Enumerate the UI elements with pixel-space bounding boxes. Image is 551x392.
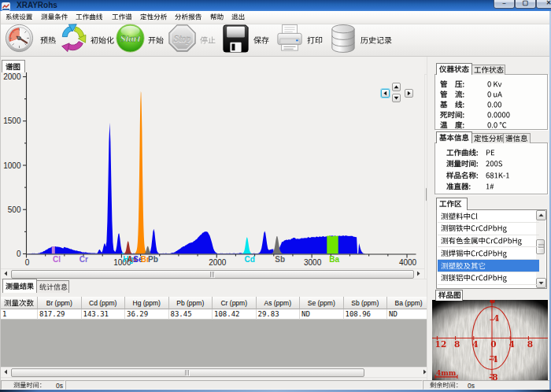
label-right-panel-sample-tab xyxy=(438,291,461,299)
table-header-3[interactable]: Cd (ppm) xyxy=(82,297,126,309)
toolbar-button-print[interactable] xyxy=(276,25,323,54)
menu-item-3[interactable] xyxy=(76,13,102,23)
label-label xyxy=(39,283,68,290)
maximize-button[interactable]: ▢ xyxy=(515,0,536,9)
spectrum-chart-panel: 010002000300040000500100015002000ClCrHgA… xyxy=(0,57,424,268)
pan-down-button-graphic xyxy=(393,94,400,102)
workspace-item-6[interactable] xyxy=(438,272,539,285)
toolbar-label xyxy=(361,36,392,44)
scroll-left-icon[interactable] xyxy=(2,368,10,376)
table-header-8[interactable]: Se (ppm) xyxy=(300,297,344,309)
minimize-icon: – xyxy=(494,0,514,6)
field-value xyxy=(487,101,502,109)
field-value-graphic xyxy=(487,80,502,88)
workspace-scroll-thumb-graphic-graphic xyxy=(538,246,544,246)
results-hscroll-thumb[interactable] xyxy=(11,368,364,377)
minimize-button[interactable]: – xyxy=(494,0,515,9)
field-value xyxy=(486,149,495,157)
svg-text:Start: Start xyxy=(120,32,141,44)
results-hscroll-thumb-graphic xyxy=(185,370,189,375)
workspace-item-2[interactable] xyxy=(438,223,539,235)
spectrum-chart[interactable]: 010002000300040000500100015002000ClCrHgA… xyxy=(0,57,424,268)
table-cell-r1c10[interactable]: ND xyxy=(387,309,431,320)
menu-item-2-graphic xyxy=(41,13,68,20)
toolbar-label-graphic xyxy=(307,36,323,44)
field-value xyxy=(487,80,502,88)
stop-sign-icon-graphic: Stop xyxy=(168,24,197,53)
toolbar-button-save[interactable] xyxy=(222,25,269,54)
table-header-4[interactable]: Hg (ppm) xyxy=(125,297,169,309)
field-value-graphic xyxy=(487,91,502,98)
svg-text:0: 0 xyxy=(25,258,30,267)
workspace-item-5[interactable] xyxy=(438,260,539,272)
stop-sign-icon: Stop xyxy=(168,24,197,56)
tab-workspace[interactable] xyxy=(436,198,468,210)
toolbar-button-stop[interactable]: Stop xyxy=(168,25,216,54)
tab-instrument-status[interactable] xyxy=(436,63,472,75)
toolbar-button-preheat[interactable] xyxy=(5,25,56,54)
table-cell-r1c4[interactable]: 36.29 xyxy=(125,309,169,320)
svg-text:Stop: Stop xyxy=(173,33,190,44)
tab-qualitative-analysis[interactable] xyxy=(471,133,505,143)
table-cell-r1c3[interactable]: 143.31 xyxy=(82,309,126,320)
menu-item-5[interactable] xyxy=(140,13,167,23)
svg-text:1000: 1000 xyxy=(3,161,21,170)
menu-item-8[interactable] xyxy=(231,13,245,23)
menu-item-7[interactable] xyxy=(210,13,224,23)
table-cell-r1c5[interactable]: 83.45 xyxy=(169,309,213,320)
table-cell-r1c6[interactable]: 108.42 xyxy=(213,309,257,320)
pan-left-button[interactable] xyxy=(381,89,390,98)
menu-item-6[interactable] xyxy=(175,13,202,23)
table-header-1[interactable] xyxy=(1,297,38,309)
pan-up-button-graphic xyxy=(393,83,400,91)
table-header-7[interactable]: As (ppm) xyxy=(257,297,301,309)
results-hscrollbar[interactable] xyxy=(0,367,431,378)
pan-up-button[interactable] xyxy=(392,83,401,91)
table-cell-r1c2[interactable]: 817.29 xyxy=(38,309,82,320)
tab-measure-results[interactable] xyxy=(2,279,37,293)
pan-right-button[interactable] xyxy=(405,89,413,98)
svg-text:Pb: Pb xyxy=(148,255,158,264)
svg-text:8: 8 xyxy=(490,300,495,305)
label-label-graphic xyxy=(6,283,34,290)
close-button[interactable]: ✕ xyxy=(536,0,551,9)
table-cell-r1c7[interactable]: 29.83 xyxy=(257,309,301,320)
series-spectrum xyxy=(28,123,366,254)
field-label xyxy=(440,80,464,88)
toolbar-button-history[interactable] xyxy=(330,25,392,54)
tab-statistics[interactable] xyxy=(36,280,69,293)
toolbar-button-initialize[interactable] xyxy=(59,25,114,54)
table-cell-r1c9[interactable]: 108.96 xyxy=(344,309,388,320)
toolbar-button-start[interactable]: Start xyxy=(116,25,164,54)
results-panel: Br (ppm)Cd (ppm)Hg (ppm)Pb (ppm)Cr (ppm)… xyxy=(0,268,431,392)
tab-sample-image[interactable] xyxy=(435,290,463,301)
workspace-item-4[interactable] xyxy=(438,247,539,260)
table-header-5[interactable]: Pb (ppm) xyxy=(169,297,213,309)
workspace-item-4-graphic xyxy=(441,250,507,257)
table-header-1-graphic xyxy=(4,299,34,307)
table-header-6[interactable]: Cr (ppm) xyxy=(213,297,257,309)
table-header-9[interactable]: Sb (ppm) xyxy=(344,297,388,309)
tab-spectrum-info[interactable] xyxy=(503,133,531,143)
tab-basic-info[interactable] xyxy=(436,131,472,143)
pan-down-button[interactable] xyxy=(392,94,401,102)
app-icon-graphic xyxy=(2,2,10,11)
gauge-icon xyxy=(5,24,34,56)
workspace-item-1[interactable] xyxy=(438,210,539,223)
app-icon xyxy=(2,0,10,9)
menu-item-4[interactable] xyxy=(112,13,132,23)
measure-time-value: 0s xyxy=(56,383,63,390)
workspace-item-2-graphic xyxy=(441,224,507,232)
label-label-graphic xyxy=(439,65,469,73)
table-cell-r1c8[interactable]: ND xyxy=(300,309,344,320)
table-header-10[interactable]: Ba (ppm) xyxy=(387,297,431,309)
menu-item-2[interactable] xyxy=(41,13,68,23)
menu-item-1[interactable] xyxy=(6,13,32,23)
table-header-2[interactable]: Br (ppm) xyxy=(38,297,82,309)
svg-text:3000: 3000 xyxy=(304,258,322,267)
label-label xyxy=(439,65,469,73)
toolbar-label xyxy=(253,36,269,44)
tab-work-status[interactable] xyxy=(471,65,505,75)
workspace-item-3[interactable] xyxy=(438,235,539,247)
table-cell-r1c1[interactable]: 1 xyxy=(1,309,38,320)
